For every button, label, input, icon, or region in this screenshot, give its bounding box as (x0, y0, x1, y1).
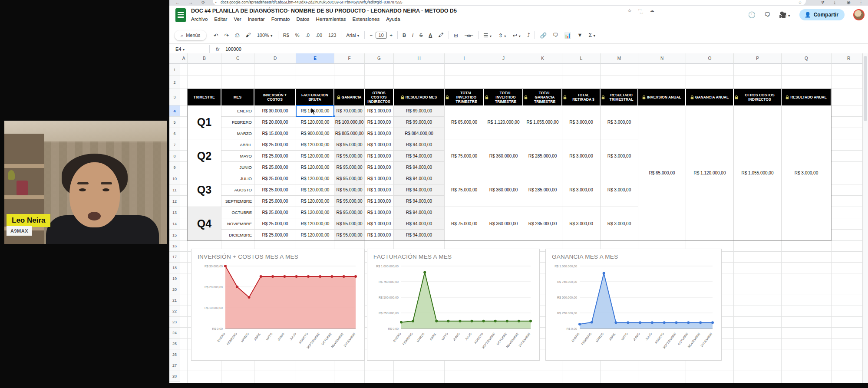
column-header-H[interactable]: H (394, 53, 445, 64)
column-header-G[interactable]: G (365, 53, 394, 64)
vertical-scrollbar[interactable] (862, 53, 868, 383)
cell-mes[interactable]: FEBRERO (221, 117, 254, 128)
cell-facturacion[interactable]: R$ 120.000,00 (296, 196, 334, 207)
row-header-26[interactable]: 26 (169, 349, 180, 360)
row-header-16[interactable]: 16 (169, 241, 180, 252)
row-header-7[interactable]: 7 (169, 139, 180, 151)
cell-mes[interactable]: MAYO (221, 151, 254, 162)
name-box[interactable]: E4▼ (169, 46, 208, 52)
cell-otros-costos[interactable]: R$ 1.000,00 (365, 105, 394, 117)
column-header-D[interactable]: D (254, 53, 296, 64)
column-header-K[interactable]: K (523, 53, 562, 64)
table-header-15[interactable]: OTROS COSTOS INDIRECTOS (734, 89, 782, 105)
cell-anual[interactable]: R$ 1.120.000,00 (686, 105, 734, 241)
row-header-25[interactable]: 25 (169, 339, 180, 349)
cell-mes[interactable]: DICIEMBRE (221, 230, 254, 241)
font-size-input[interactable]: 10 (376, 32, 387, 39)
column-header-J[interactable]: J (484, 53, 523, 64)
row-header-14[interactable]: 14 (169, 218, 180, 230)
cell-total-trimestre[interactable]: R$ 3.000,00 (562, 207, 601, 241)
table-header-13[interactable]: INVERSION ANUAL (638, 89, 686, 105)
chrome-menu-icon[interactable]: ⋮ (859, 0, 863, 5)
cell-otros-costos[interactable]: R$ 1.000,00 (365, 184, 394, 196)
cell-inversion[interactable]: R$ 15.000,00 (254, 128, 296, 139)
cell-total-trimestre[interactable]: R$ 75.000,00 (445, 139, 484, 173)
cell-mes[interactable]: SEPTIEMBRE (221, 196, 254, 207)
cell-inversion[interactable]: R$ 25.000,00 (254, 230, 296, 241)
insert-comment-icon[interactable]: 🗨 (550, 32, 561, 38)
table-header-1[interactable]: TRIMESTRE (188, 89, 221, 105)
cell-resultado-mes[interactable]: R$ 94.000,00 (394, 218, 445, 230)
select-all-corner[interactable] (169, 53, 180, 64)
table-header-8[interactable]: TOTAL INVERTIDO TRIMESTRE (445, 89, 484, 105)
cell-resultado-mes[interactable]: R$ 99.000,00 (394, 117, 445, 128)
table-header-6[interactable]: OTROS COSTOS INDIRECTOS (365, 89, 394, 105)
cell-inversion[interactable]: R$ 25.000,00 (254, 139, 296, 151)
column-header-B[interactable]: B (188, 53, 221, 64)
row-header-19[interactable]: 19 (169, 273, 180, 284)
cell-facturacion[interactable]: R$ 120.000,00 (296, 218, 334, 230)
row-header-1[interactable]: 1 (169, 64, 180, 76)
cell-mes[interactable]: JULIO (221, 173, 254, 184)
table-header-4[interactable]: FACTURACION BRUTA (296, 89, 334, 105)
comments-icon[interactable]: 🗨 (764, 11, 770, 18)
cell-resultado-mes[interactable]: R$ 94.000,00 (394, 207, 445, 218)
menu-insertar[interactable]: Insertar (248, 16, 265, 22)
cell-facturacion[interactable]: R$ 120.000,00 (296, 151, 334, 162)
cell-total-trimestre[interactable]: R$ 3.000,00 (562, 173, 601, 207)
fill-color-icon[interactable]: 🖍 (435, 32, 447, 38)
cell-anual[interactable]: R$ 1.055.000,00 (734, 105, 782, 241)
font-select[interactable]: Arial▼ (343, 33, 363, 38)
column-header-I[interactable]: I (445, 53, 484, 64)
scrollbar-thumb[interactable] (864, 56, 867, 121)
bold-button[interactable]: B (399, 33, 409, 38)
menu-editar[interactable]: Editar (214, 16, 227, 22)
account-avatar[interactable] (853, 9, 865, 20)
row-header-21[interactable]: 21 (169, 295, 180, 306)
text-color-button[interactable]: A (426, 33, 435, 38)
cell-total-trimestre[interactable]: R$ 285.000,00 (523, 139, 562, 173)
quarter-label-Q1[interactable]: Q1 (188, 105, 221, 139)
selection-fill-handle[interactable] (333, 115, 335, 118)
history-icon[interactable]: 🕒 (748, 11, 756, 18)
cell-ganancia[interactable]: R$ 95.000,00 (334, 196, 365, 207)
reload-icon[interactable]: ⟳ (201, 0, 205, 5)
cell-otros-costos[interactable]: R$ 1.000,00 (365, 173, 394, 184)
italic-button[interactable]: I (409, 33, 416, 38)
cell-total-trimestre[interactable]: R$ 360.000,00 (484, 139, 523, 173)
cell-total-trimestre[interactable]: R$ 1.120.000,00 (484, 105, 523, 139)
cell-total-trimestre[interactable]: R$ 285.000,00 (523, 173, 562, 207)
menu-herramientas[interactable]: Herramientas (316, 16, 346, 22)
quarter-label-Q2[interactable]: Q2 (188, 139, 221, 173)
table-header-12[interactable]: RESULTADO TRIMESTRAL (601, 89, 638, 105)
cell-mes[interactable]: ABRIL (221, 139, 254, 151)
row-header-5[interactable]: 5 (169, 117, 180, 128)
cell-resultado-mes[interactable]: R$ 94.000,00 (394, 184, 445, 196)
row-header-4[interactable]: 4 (169, 105, 180, 117)
bookmark-star-icon[interactable]: ☆ (798, 0, 802, 5)
cell-facturacion[interactable]: R$ 120.000,00 (296, 230, 334, 241)
row-header-28[interactable]: 28 (169, 371, 180, 382)
redo-icon[interactable]: ↷ (221, 32, 232, 39)
cell-inversion[interactable]: R$ 25.000,00 (254, 173, 296, 184)
cell-total-trimestre[interactable]: R$ 3.000,00 (601, 173, 638, 207)
format-currency-button[interactable]: R$ (280, 33, 292, 38)
cell-total-trimestre[interactable]: R$ 285.000,00 (523, 207, 562, 241)
cell-total-trimestre[interactable]: R$ 360.000,00 (484, 173, 523, 207)
cell-facturacion[interactable]: R$ 120.000,00 (296, 173, 334, 184)
meet-camera-icon[interactable]: 🎥▼ (779, 11, 790, 18)
cell-facturacion[interactable]: R$ 120.000,00 (296, 117, 334, 128)
row-header-6[interactable]: 6 (169, 128, 180, 139)
menus-search-pill[interactable]: ⌕ Menús (175, 30, 206, 40)
column-header-Q[interactable]: Q (782, 53, 832, 64)
cell-facturacion[interactable]: R$ 900.000,00 (296, 128, 334, 139)
column-header-P[interactable]: P (734, 53, 782, 64)
cell-inversion[interactable]: R$ 25.000,00 (254, 184, 296, 196)
table-header-2[interactable]: MES (221, 89, 254, 105)
cell-resultado-mes[interactable]: R$ 94.000,00 (394, 139, 445, 151)
cell-mes[interactable]: AGOSTO (221, 184, 254, 196)
row-header-23[interactable]: 23 (169, 317, 180, 328)
cell-inversion[interactable]: R$ 25.000,00 (254, 218, 296, 230)
downloads-icon[interactable]: ⤓ (834, 0, 835, 5)
cell-total-trimestre[interactable]: R$ 3.000,00 (601, 207, 638, 241)
